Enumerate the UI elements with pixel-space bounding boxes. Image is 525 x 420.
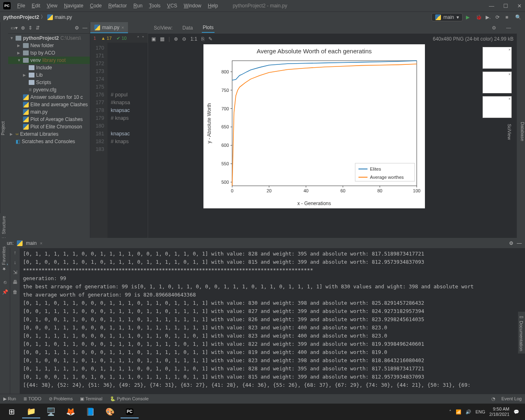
tree-external-libs[interactable]: ▶⎃ External Libraries — [8, 130, 90, 138]
tree-item[interactable]: Plot of Average Clashes — [8, 116, 90, 123]
hide-icon[interactable]: — — [505, 23, 512, 32]
menu-view[interactable]: View — [44, 2, 60, 9]
error-count[interactable]: 1 — [94, 36, 96, 41]
sciview-tab-plots[interactable]: Plots — [202, 23, 215, 33]
plot-display[interactable]: Averge Absolute Worth of each generatins… — [148, 44, 480, 238]
tree-item[interactable]: ≡ pyvenv.cfg — [8, 86, 90, 94]
project-tool-tab[interactable]: Project — [0, 22, 8, 238]
clear-icon[interactable]: 🗑 — [13, 289, 18, 295]
wifi-icon[interactable]: 📶 — [456, 409, 461, 415]
sciview-tab-data[interactable]: Data — [182, 23, 194, 32]
structure-tab[interactable]: ⋮ Structure — [1, 216, 6, 240]
exit-icon[interactable]: ⎋ — [4, 279, 7, 285]
documentation-tab[interactable]: ▭ Documentation — [519, 314, 524, 351]
gear-icon[interactable]: ⚙ — [491, 23, 497, 32]
search-icon[interactable]: 🔍 — [515, 14, 522, 20]
next-highlight-icon[interactable]: ˅ — [142, 36, 144, 41]
coverage-icon[interactable]: ▶. — [486, 14, 492, 20]
ok-badge[interactable]: ✔ 10 — [116, 36, 126, 41]
close-icon[interactable]: × — [509, 72, 511, 76]
close-tab-icon[interactable]: × — [121, 25, 124, 30]
menu-tools[interactable]: Tools — [146, 2, 163, 9]
breadcrumb-file[interactable]: main.py — [55, 14, 72, 20]
close-icon[interactable]: × — [509, 48, 511, 52]
language-indicator[interactable]: ENG — [475, 409, 485, 414]
menu-file[interactable]: File — [15, 2, 27, 9]
python-console-tab[interactable]: 🐍 Python Console — [110, 396, 149, 402]
line-gutter[interactable]: 1701711721731741751761771781791801811821… — [90, 43, 107, 238]
tree-item[interactable]: ▶ tsp by ACO — [8, 49, 90, 57]
gear-icon[interactable]: ⚙ — [509, 240, 514, 246]
project-tree[interactable]: ▼ pythonProject2 C:\Users\▶ New folder▶ … — [8, 34, 90, 238]
favorites-tab[interactable]: ★ Favorites — [1, 247, 6, 272]
debug-icon[interactable]: 🐞 — [476, 14, 482, 20]
soft-wrap-icon[interactable]: ⇲ — [13, 269, 17, 275]
tray-chevron-icon[interactable]: ˄ — [449, 409, 452, 415]
tree-item[interactable]: Plot of Elite Chromoson — [8, 123, 90, 130]
menu-window[interactable]: Window — [181, 2, 204, 9]
clock[interactable]: 9:50 AM 2/18/2021 — [489, 406, 509, 417]
close-tab-icon[interactable]: × — [40, 241, 42, 246]
plot-thumbnail[interactable]: × — [482, 47, 512, 69]
prev-highlight-icon[interactable]: ˄ — [137, 36, 139, 41]
run-icon[interactable]: ▶ — [466, 14, 472, 20]
tree-item[interactable]: Include — [8, 64, 90, 71]
collapse-icon[interactable]: ⇵ — [36, 25, 40, 31]
zoom-ratio[interactable]: 1:1 — [190, 36, 197, 42]
menu-refactor[interactable]: Refactor — [106, 2, 129, 9]
copy-icon[interactable]: ⎘ — [201, 36, 204, 42]
down-icon[interactable]: ↓ — [14, 260, 16, 265]
hide-icon[interactable]: — — [517, 240, 522, 246]
tree-item[interactable]: Elite and average Clashes — [8, 101, 90, 108]
tree-item[interactable]: Answer solution for 10 c — [8, 94, 90, 101]
menu-edit[interactable]: Edit — [29, 2, 43, 9]
terminal-tab[interactable]: ▣ Terminal — [80, 396, 102, 402]
menu-help[interactable]: Help — [205, 2, 221, 9]
pycharm-taskbar-icon[interactable]: PC — [121, 405, 139, 418]
expand-icon[interactable]: ⇕ — [28, 25, 32, 31]
tree-item[interactable]: main.py — [8, 108, 90, 116]
print-icon[interactable]: 🖶 — [13, 279, 18, 285]
locate-icon[interactable]: ⊕ — [21, 25, 25, 31]
code-editor[interactable]: # popul #knapsa knapsac # knaps knapsac … — [107, 43, 148, 238]
project-view-icon[interactable]: ▭▾ — [11, 25, 18, 31]
start-icon[interactable]: ⊞ — [2, 405, 21, 418]
pin-icon[interactable]: 📌 — [2, 289, 8, 295]
paint-icon[interactable]: 🎨 — [101, 405, 119, 418]
notepad-icon[interactable]: 📘 — [81, 405, 99, 418]
hide-icon[interactable]: — — [82, 25, 87, 31]
plot-thumbnail[interactable]: × — [482, 71, 512, 94]
event-log-tab[interactable]: ◔ Event Log — [491, 396, 522, 402]
tree-item[interactable]: ▶ New folder — [8, 42, 90, 49]
zoom-in-icon[interactable]: ⊕ — [174, 36, 178, 42]
breadcrumb[interactable]: pythonProject2 〉 main.py — [3, 14, 72, 21]
maximize-icon[interactable]: ☐ — [503, 3, 508, 9]
warning-badge[interactable]: ▲ 17 — [101, 36, 112, 41]
run-tab[interactable]: ▶ Run — [3, 396, 16, 402]
tree-item[interactable]: Scripts — [8, 79, 90, 86]
console-output[interactable]: [0, 1, 1, 1, 1, 1, 0, 0, 1, 1, 1, 1, 0, … — [20, 248, 525, 394]
run-config-selector[interactable]: main ▾ — [431, 13, 463, 21]
todo-tab[interactable]: ≣ TODO — [23, 396, 41, 402]
close-icon[interactable]: × — [509, 97, 511, 101]
tree-item[interactable]: ▼ venv library root — [8, 57, 90, 64]
firefox-icon[interactable]: 🦊 — [62, 405, 80, 418]
stop-icon[interactable]: ■ — [505, 14, 512, 20]
up-icon[interactable]: ↑ — [14, 250, 16, 256]
gear-icon[interactable]: ⚙ — [75, 25, 79, 31]
breadcrumb-project[interactable]: pythonProject2 — [3, 14, 39, 20]
tree-root[interactable]: ▼ pythonProject2 C:\Users\ — [8, 34, 90, 42]
problems-tab[interactable]: ⊘ Problems — [49, 396, 73, 402]
database-tab[interactable]: Database — [520, 122, 525, 141]
menu-code[interactable]: Code — [87, 2, 104, 9]
profile-icon[interactable]: ⟳ — [495, 14, 502, 20]
volume-icon[interactable]: 🔊 — [466, 409, 471, 415]
tree-scratches[interactable]: ◧ Scratches and Consoles — [8, 138, 90, 145]
fit-icon[interactable]: ▣ — [151, 36, 156, 42]
menu-navigate[interactable]: Navigate — [62, 2, 86, 9]
grid-icon[interactable]: ▦ — [160, 36, 164, 42]
menu-run[interactable]: Run — [131, 2, 145, 9]
zoom-out-icon[interactable]: ⊖ — [182, 36, 186, 42]
right-tool-tabs[interactable]: Database SciView — [517, 22, 525, 238]
monitor-icon[interactable]: 🖥️ — [42, 405, 60, 418]
